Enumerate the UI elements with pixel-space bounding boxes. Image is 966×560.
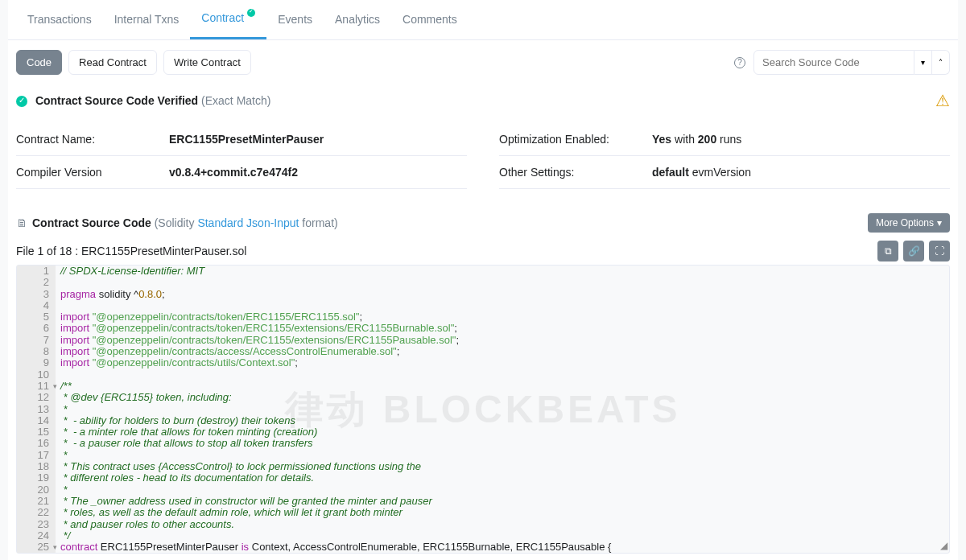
compiler-version-label: Compiler Version <box>16 166 169 179</box>
code-editor[interactable]: 律动 BLOCKBEATS 1// SPDX-License-Identifie… <box>16 265 950 554</box>
compiler-version-value: v0.8.4+commit.c7e474f2 <box>169 166 298 179</box>
verified-status: Contract Source Code Verified (Exact Mat… <box>16 94 270 107</box>
resize-handle-icon[interactable]: ◢ <box>940 540 947 551</box>
tab-analytics[interactable]: Analytics <box>324 0 391 39</box>
search-input[interactable] <box>753 50 914 75</box>
main-tabs: Transactions Internal Txns Contract Even… <box>8 0 958 40</box>
tab-contract-label: Contract <box>201 11 244 24</box>
more-options-button[interactable]: More Options▾ <box>868 213 950 233</box>
subtab-read-contract[interactable]: Read Contract <box>68 50 157 75</box>
json-input-link[interactable]: Standard Json-Input <box>197 216 299 229</box>
tab-transactions[interactable]: Transactions <box>16 0 103 39</box>
check-circle-icon <box>16 96 27 107</box>
file-icon: 🗎 <box>16 216 27 229</box>
tab-comments[interactable]: Comments <box>391 0 469 39</box>
other-settings-label: Other Settings: <box>499 166 652 179</box>
subtab-code[interactable]: Code <box>16 50 62 75</box>
fold-icon[interactable]: ▾ <box>53 381 57 392</box>
tab-contract[interactable]: Contract <box>190 0 266 39</box>
search-dropdown-button[interactable]: ▾ <box>914 50 932 75</box>
verified-match: (Exact Match) <box>201 94 270 107</box>
optimization-label: Optimization Enabled: <box>499 133 652 146</box>
file-indicator: File 1 of 18 : ERC1155PresetMinterPauser… <box>16 245 246 257</box>
source-code-heading: Contract Source Code (Solidity Standard … <box>32 216 338 229</box>
verified-label: Contract Source Code Verified <box>35 94 198 107</box>
search-collapse-button[interactable]: ˄ <box>932 50 950 75</box>
contract-name-value: ERC1155PresetMinterPauser <box>169 133 324 146</box>
tab-events[interactable]: Events <box>266 0 324 39</box>
fold-icon[interactable]: ▾ <box>53 541 57 553</box>
verified-badge-icon <box>247 9 255 17</box>
tab-internal-txns[interactable]: Internal Txns <box>103 0 191 39</box>
warning-icon[interactable]: ⚠ <box>935 91 950 110</box>
contract-subtabs: Code Read Contract Write Contract <box>16 50 251 75</box>
other-settings-value: default evmVersion <box>652 166 751 179</box>
contract-name-label: Contract Name: <box>16 133 169 146</box>
subtab-write-contract[interactable]: Write Contract <box>163 50 251 75</box>
optimization-value: Yes with 200 runs <box>652 133 741 146</box>
help-icon[interactable]: ? <box>734 57 745 68</box>
chevron-down-icon: ▾ <box>937 217 942 229</box>
link-button[interactable]: 🔗 <box>903 241 924 261</box>
expand-button[interactable]: ⛶ <box>929 241 950 261</box>
copy-button[interactable]: ⧉ <box>877 241 898 261</box>
